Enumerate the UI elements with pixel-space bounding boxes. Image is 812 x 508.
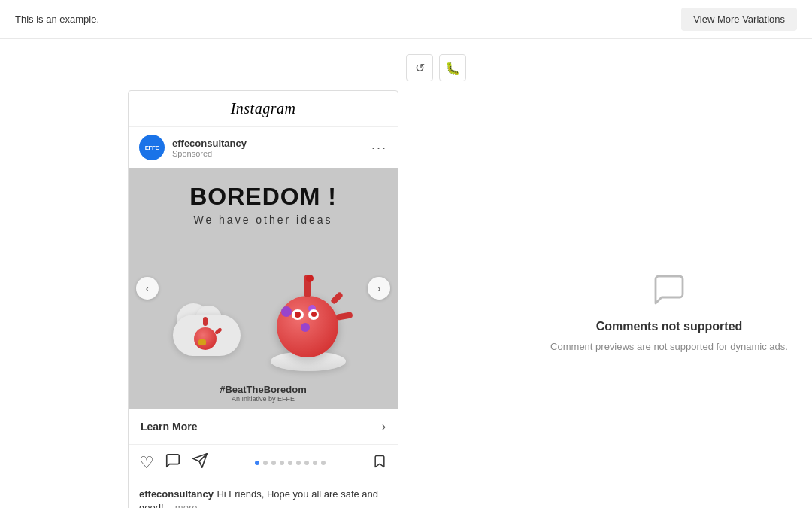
prev-slide-button[interactable]: ‹ [136, 277, 159, 300]
dot-5 [288, 461, 292, 465]
refresh-icon: ↺ [415, 61, 425, 75]
refresh-button[interactable]: ↺ [406, 54, 433, 81]
dot-6 [296, 461, 301, 465]
dot-7 [304, 461, 309, 465]
instagram-card: Instagram EFFE effeconsultancy Sponsored… [128, 90, 398, 508]
virus-eye-right [308, 309, 319, 320]
spike-upper-right [330, 291, 344, 305]
comments-icon [651, 272, 687, 308]
comment-icon-container [650, 270, 689, 309]
dot-9 [321, 461, 326, 465]
share-button[interactable] [192, 452, 208, 473]
learn-more-text: Learn More [141, 421, 197, 433]
virus-pupil-right [311, 312, 317, 317]
learn-more-arrow-icon: › [382, 420, 386, 433]
more-options-button[interactable]: ··· [371, 141, 387, 154]
dot-4 [280, 461, 284, 465]
instagram-header: Instagram [129, 91, 398, 127]
caption-username: effeconsultancy [139, 488, 214, 500]
dot-1 [255, 461, 259, 465]
avatar: EFFE [139, 135, 165, 160]
actions-bar: ♡ [129, 445, 398, 481]
learn-more-bar[interactable]: Learn More › [129, 409, 398, 445]
view-more-variations-button[interactable]: View More Variations [681, 8, 797, 31]
main-virus-character [263, 266, 353, 371]
illustration [165, 221, 361, 371]
post-sponsored: Sponsored [172, 149, 364, 158]
comments-panel: Comments not supported Comment previews … [541, 54, 797, 508]
virus-spot-2 [301, 323, 310, 332]
comment-button[interactable] [165, 452, 181, 473]
small-virus-spike-top [203, 317, 208, 326]
spike-right [335, 312, 353, 321]
example-label: This is an example. [15, 14, 99, 25]
hashtag-main: #BeatTheBoredom [220, 384, 307, 395]
save-button[interactable] [372, 453, 387, 473]
virus-eye-left [292, 309, 304, 320]
toolbar: ↺ 🐛 [406, 54, 466, 81]
cloud-character [173, 281, 256, 371]
small-virus [194, 327, 217, 350]
virus-pupil-left [295, 312, 301, 318]
dot-3 [271, 461, 276, 465]
bug-button[interactable]: 🐛 [439, 54, 466, 81]
post-username: effeconsultancy [172, 138, 364, 149]
post-header: EFFE effeconsultancy Sponsored ··· [129, 127, 398, 168]
dot-indicators [219, 461, 362, 465]
ad-text-overlay: BOREDOM ! We have other ideas [189, 183, 337, 226]
caption-area: effeconsultancy Hi Friends, Hope you all… [129, 481, 398, 508]
dot-2 [263, 461, 268, 465]
ad-image-area: BOREDOM ! We have other ideas [129, 168, 398, 409]
preview-area: ↺ 🐛 Instagram EFFE effeconsultancy Spons… [15, 54, 511, 508]
dot-8 [313, 461, 317, 465]
spike-top-ball [306, 275, 314, 282]
bug-icon: 🐛 [445, 61, 460, 75]
boredom-title: BOREDOM ! [189, 183, 337, 211]
main-content: ↺ 🐛 Instagram EFFE effeconsultancy Spons… [0, 39, 812, 508]
post-info: effeconsultancy Sponsored [172, 138, 364, 158]
caption-more-button[interactable]: more [175, 502, 198, 508]
hashtag-sub: An Initiative by EFFE [220, 395, 307, 403]
virus-spot-1 [281, 306, 292, 317]
next-slide-button[interactable]: › [368, 277, 390, 300]
top-bar: This is an example. View More Variations [0, 0, 812, 39]
small-virus-eye [198, 339, 206, 345]
comments-not-supported-title: Comments not supported [596, 320, 743, 333]
like-button[interactable]: ♡ [139, 453, 154, 473]
hashtag-area: #BeatTheBoredom An Initiative by EFFE [220, 384, 307, 403]
comments-not-supported-description: Comment previews are not supported for d… [550, 339, 788, 354]
